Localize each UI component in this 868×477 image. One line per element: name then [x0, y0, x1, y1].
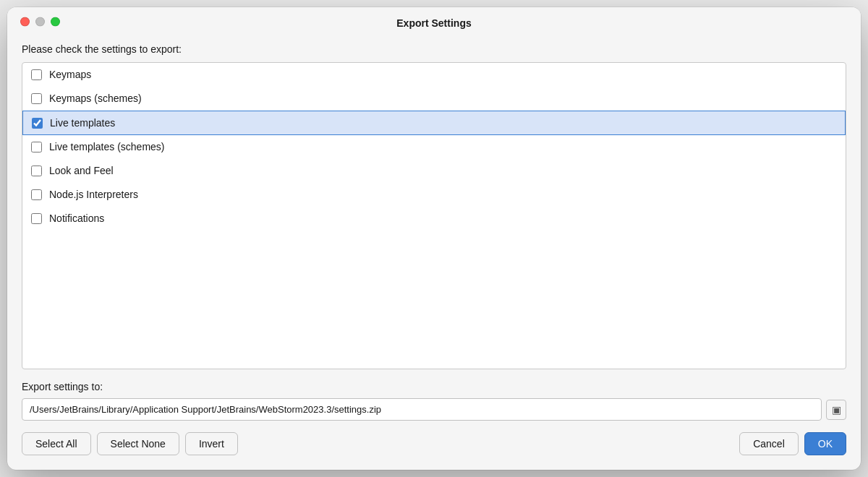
minimize-button[interactable] — [35, 17, 45, 27]
export-to-section: Export settings to: ▣ — [22, 381, 846, 421]
checkbox-label-notifications: Notifications — [49, 212, 104, 224]
checkbox-notifications[interactable] — [31, 213, 42, 224]
browse-button[interactable]: ▣ — [826, 400, 846, 420]
invert-button[interactable]: Invert — [185, 432, 238, 455]
checkbox-nodejs_interpreters[interactable] — [31, 189, 42, 200]
maximize-button[interactable] — [51, 17, 60, 27]
checkbox-keymaps_schemes[interactable] — [31, 93, 42, 104]
checkbox-label-nodejs_interpreters: Node.js Interpreters — [49, 189, 138, 200]
title-bar: Export Settings — [7, 7, 861, 36]
settings-list: KeymapsKeymaps (schemes)Live templatesLi… — [22, 62, 846, 369]
close-button[interactable] — [20, 17, 30, 27]
export-path-input[interactable] — [22, 398, 822, 421]
checkbox-label-keymaps: Keymaps — [49, 69, 91, 80]
list-item[interactable]: Live templates — [22, 111, 846, 135]
list-item[interactable]: Keymaps — [22, 63, 846, 87]
checkbox-look_and_feel[interactable] — [31, 166, 42, 176]
checkbox-keymaps[interactable] — [31, 69, 42, 80]
ok-button[interactable]: OK — [804, 432, 846, 455]
select-none-button[interactable]: Select None — [97, 432, 179, 455]
list-item[interactable]: Live templates (schemes) — [22, 135, 846, 159]
checkbox-label-keymaps_schemes: Keymaps (schemes) — [49, 93, 142, 104]
traffic-lights — [20, 17, 60, 27]
list-item[interactable]: Keymaps (schemes) — [22, 87, 846, 111]
dialog-title: Export Settings — [396, 17, 471, 29]
checkbox-label-live_templates: Live templates — [50, 117, 115, 129]
checkbox-label-look_and_feel: Look and Feel — [49, 165, 114, 176]
instruction-text: Please check the settings to export: — [22, 43, 846, 55]
dialog-content: Please check the settings to export: Key… — [7, 36, 861, 470]
list-item[interactable]: Notifications — [22, 207, 846, 231]
export-settings-dialog: Export Settings Please check the setting… — [7, 7, 861, 470]
export-to-label: Export settings to: — [22, 381, 846, 392]
checkbox-live_templates[interactable] — [32, 118, 43, 129]
cancel-button[interactable]: Cancel — [739, 432, 799, 455]
list-item[interactable]: Look and Feel — [22, 159, 846, 183]
select-all-button[interactable]: Select All — [22, 432, 91, 455]
bottom-buttons: Select All Select None Invert Cancel OK — [22, 432, 846, 455]
list-item[interactable]: Node.js Interpreters — [22, 183, 846, 207]
export-path-row: ▣ — [22, 398, 846, 421]
folder-icon: ▣ — [832, 404, 841, 416]
checkbox-label-live_templates_schemes: Live templates (schemes) — [49, 141, 165, 152]
checkbox-live_templates_schemes[interactable] — [31, 142, 42, 152]
